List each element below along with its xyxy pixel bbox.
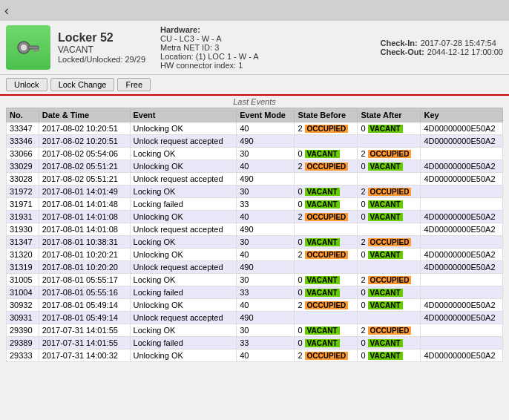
cell-state-before: 0 VACANT	[295, 286, 358, 299]
cell-mode: 40	[237, 249, 295, 261]
cell-state-after: 0 VACANT	[358, 211, 421, 223]
cell-key: 4D00000000E50A2	[421, 122, 503, 135]
cell-key	[421, 274, 503, 286]
cell-mode: 30	[237, 324, 295, 337]
col-no: No.	[7, 108, 39, 122]
cell-state-after: 2 OCCUPIED	[358, 148, 421, 160]
cell-key	[421, 236, 503, 249]
cell-key: 4D00000000E50A2	[421, 211, 503, 223]
cell-key: 4D00000000E50A2	[421, 173, 503, 186]
cell-key	[421, 324, 503, 337]
cell-no: 30931	[7, 312, 39, 324]
cell-event: Unlocking OK	[130, 160, 237, 173]
table-row: 309322017-08-01 05:49:14Unlocking OK402 …	[7, 299, 503, 312]
cell-event: Unlocking OK	[130, 211, 237, 223]
cell-no: 31319	[7, 261, 39, 274]
cell-datetime: 2017-08-01 14:01:08	[39, 223, 130, 236]
cell-state-after: 2 OCCUPIED	[358, 274, 421, 286]
col-state-before: State Before	[295, 108, 358, 122]
table-header-row: No. Date & Time Event Event Mode State B…	[7, 108, 503, 122]
cell-datetime: 2017-08-02 05:54:06	[39, 148, 130, 160]
cell-mode: 30	[237, 186, 295, 198]
cell-event: Unlocking OK	[130, 350, 237, 362]
cell-event: Unlocking OK	[130, 122, 237, 135]
lock-change-button[interactable]: Lock Change	[50, 78, 115, 91]
events-table-wrapper[interactable]: No. Date & Time Event Event Mode State B…	[6, 108, 503, 419]
cell-key	[421, 198, 503, 211]
cell-datetime: 2017-08-01 14:01:48	[39, 198, 130, 211]
col-state-after: State After	[358, 108, 421, 122]
cell-datetime: 2017-08-01 10:38:31	[39, 236, 130, 249]
checkin-info: Check-In: 2017-07-28 15:47:54 Check-Out:…	[381, 25, 503, 70]
cell-key: 4D00000000E50A2	[421, 160, 503, 173]
table-row: 310042017-08-01 05:55:16Locking failed33…	[7, 286, 503, 299]
cell-no: 29389	[7, 337, 39, 350]
cell-state-before: 0 VACANT	[295, 274, 358, 286]
hw-cu: CU - LC3 - W - A	[160, 34, 259, 43]
cell-state-before	[295, 223, 358, 236]
cell-no: 31931	[7, 211, 39, 223]
col-key: Key	[421, 108, 503, 122]
unlock-button[interactable]: Unlock	[6, 78, 47, 91]
cell-datetime: 2017-08-02 05:51:21	[39, 160, 130, 173]
cell-key	[421, 337, 503, 350]
cell-state-after: 0 VACANT	[358, 249, 421, 261]
cell-datetime: 2017-08-01 14:01:49	[39, 186, 130, 198]
back-button[interactable]: ‹	[4, 3, 9, 19]
cell-event: Locking OK	[130, 186, 237, 198]
cell-no: 31347	[7, 236, 39, 249]
cell-datetime: 2017-08-01 10:20:21	[39, 249, 130, 261]
cell-key: 4D00000000E50A2	[421, 261, 503, 274]
cell-state-before: 0 VACANT	[295, 148, 358, 160]
svg-rect-3	[34, 49, 36, 52]
cell-event: Locking OK	[130, 148, 237, 160]
cell-no: 31320	[7, 249, 39, 261]
cell-datetime: 2017-08-01 14:01:08	[39, 211, 130, 223]
hw-location: Location: (1) LOC 1 - W - A	[160, 52, 259, 61]
cell-event: Locking OK	[130, 236, 237, 249]
hw-connector: HW connector index: 1	[160, 61, 259, 70]
cell-event: Unlock request accepted	[130, 223, 237, 236]
table-row: 310052017-08-01 05:55:17Locking OK300 VA…	[7, 274, 503, 286]
cell-datetime: 2017-08-01 10:20:20	[39, 261, 130, 274]
cell-state-before: 0 VACANT	[295, 198, 358, 211]
cell-no: 33347	[7, 122, 39, 135]
cell-event: Unlock request accepted	[130, 173, 237, 186]
cell-state-before	[295, 261, 358, 274]
top-bar: ‹	[0, 0, 509, 21]
cell-key: 4D00000000E50A2	[421, 223, 503, 236]
cell-state-before	[295, 173, 358, 186]
locker-title: Locker 52	[58, 31, 145, 45]
cell-mode: 490	[237, 173, 295, 186]
cell-mode: 40	[237, 299, 295, 312]
table-row: 333462017-08-02 10:20:51Unlock request a…	[7, 135, 503, 148]
checkin-value: 2017-07-28 15:47:54	[421, 39, 496, 47]
col-mode: Event Mode	[237, 108, 295, 122]
table-row: 330282017-08-02 05:51:21Unlock request a…	[7, 173, 503, 186]
cell-mode: 33	[237, 286, 295, 299]
checkout-row: Check-Out: 2044-12-12 17:00:00	[381, 47, 503, 56]
table-row: 293892017-07-31 14:01:55Locking failed33…	[7, 337, 503, 350]
cell-state-before: 2 OCCUPIED	[295, 249, 358, 261]
table-row: 319302017-08-01 14:01:08Unlock request a…	[7, 223, 503, 236]
table-row: 333472017-08-02 10:20:51Unlocking OK402 …	[7, 122, 503, 135]
cell-datetime: 2017-07-31 14:00:32	[39, 350, 130, 362]
cell-mode: 40	[237, 211, 295, 223]
cell-event: Unlock request accepted	[130, 261, 237, 274]
hw-info: Hardware: CU - LC3 - W - A Metra NET ID:…	[160, 25, 259, 70]
cell-no: 29333	[7, 350, 39, 362]
cell-event: Unlock request accepted	[130, 135, 237, 148]
cell-datetime: 2017-08-01 05:55:17	[39, 274, 130, 286]
hw-label: Hardware:	[160, 25, 259, 34]
cell-state-after	[358, 223, 421, 236]
free-button[interactable]: Free	[117, 78, 151, 91]
cell-event: Locking OK	[130, 324, 237, 337]
cell-key: 4D00000000E50A2	[421, 299, 503, 312]
cell-state-after: 0 VACANT	[358, 350, 421, 362]
cell-datetime: 2017-08-02 10:20:51	[39, 135, 130, 148]
cell-event: Unlocking OK	[130, 299, 237, 312]
cell-mode: 490	[237, 261, 295, 274]
table-row: 319712017-08-01 14:01:48Locking failed33…	[7, 198, 503, 211]
cell-state-before	[295, 135, 358, 148]
cell-no: 33028	[7, 173, 39, 186]
